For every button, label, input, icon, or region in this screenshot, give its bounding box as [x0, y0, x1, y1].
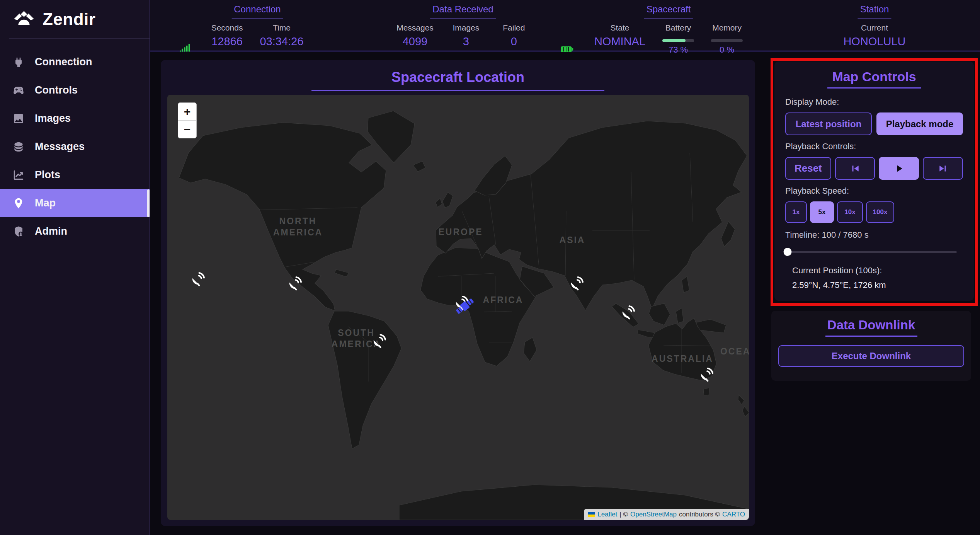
- skip-forward-button[interactable]: [923, 157, 963, 180]
- ground-station-marker[interactable]: [286, 275, 303, 292]
- ground-station-marker[interactable]: [370, 333, 387, 350]
- section-title: Data Received: [430, 4, 495, 19]
- playback-controls-label: Playback Controls:: [785, 141, 963, 152]
- data-downlink-title: Data Downlink: [771, 318, 971, 332]
- timeline-slider-thumb[interactable]: [783, 248, 791, 256]
- stat-memory: Memory 0 %: [711, 23, 743, 55]
- attribution-separator: | ©: [619, 511, 628, 518]
- current-position-label: Current Position (100s):: [792, 266, 963, 276]
- section-title: Connection: [231, 4, 283, 19]
- sidebar-item-images[interactable]: Images: [0, 104, 150, 133]
- section-title: Spacecraft: [644, 4, 693, 19]
- zendir-logo-icon: [13, 9, 35, 29]
- stat-failed: Failed 0: [499, 23, 529, 48]
- ground-station-dish-icon: [189, 271, 206, 288]
- ground-station-dish-icon: [286, 275, 303, 292]
- shield-user-icon: [12, 225, 25, 238]
- gamepad-icon: [12, 84, 25, 97]
- stat-messages: Messages 4099: [396, 23, 434, 48]
- header-section-data-received: Data Received Messages 4099 Images 3 Fai…: [396, 4, 529, 48]
- ground-station-marker[interactable]: [619, 304, 636, 321]
- zoom-in-button[interactable]: +: [178, 103, 196, 120]
- execute-downlink-button[interactable]: Execute Downlink: [778, 345, 964, 367]
- header-section-connection: Connection Seconds 12866 Time 03:34:26: [211, 4, 304, 48]
- sidebar-item-messages[interactable]: Messages: [0, 133, 150, 161]
- logo: Zendir: [0, 0, 150, 29]
- map-attribution: Leaflet | © OpenStreetMap contributors ©…: [584, 509, 749, 520]
- ground-station-dish-icon: [698, 366, 715, 383]
- map-controls-highlight-box: Map Controls Display Mode: Latest positi…: [771, 58, 978, 306]
- stat-current-station: Current HONOLULU: [843, 23, 905, 48]
- stat-battery: Battery 73 %: [662, 23, 694, 55]
- leaflet-link[interactable]: Leaflet: [597, 511, 617, 518]
- playback-mode-button[interactable]: Playback mode: [876, 112, 963, 135]
- ground-station-dish-icon: [619, 304, 636, 321]
- sidebar-item-plots[interactable]: Plots: [0, 161, 150, 189]
- title-underline: [311, 90, 604, 91]
- play-icon: [893, 163, 905, 174]
- image-icon: [12, 112, 25, 125]
- reset-button[interactable]: Reset: [785, 157, 831, 180]
- sidebar-item-admin[interactable]: Admin: [0, 217, 150, 245]
- sidebar-divider: [9, 38, 150, 39]
- sidebar-item-controls[interactable]: Controls: [0, 76, 150, 104]
- timeline-slider-track[interactable]: [785, 251, 957, 253]
- ground-station-dish-icon: [370, 333, 387, 350]
- sidebar-nav: Connection Controls Images Messages Plot…: [0, 48, 150, 245]
- skip-back-icon: [849, 163, 861, 174]
- skip-forward-icon: [937, 163, 949, 174]
- spacecraft-marker[interactable]: [454, 295, 476, 317]
- current-position-block: Current Position (100s): 2.59°N, 4.75°E,…: [785, 266, 963, 290]
- header-status-bar: Connection Seconds 12866 Time 03:34:26 D…: [150, 0, 980, 51]
- chart-icon: [12, 169, 25, 181]
- sidebar-item-connection[interactable]: Connection: [0, 48, 150, 76]
- display-mode-label: Display Mode:: [785, 97, 963, 107]
- spacecraft-location-panel: Spacecraft Location: [161, 60, 755, 526]
- map-canvas[interactable]: NORTH AMERICAEUROPEASIAAFRICASOUTH AMERI…: [167, 95, 749, 520]
- battery-icon: [560, 46, 573, 55]
- stat-time: Time 03:34:26: [260, 23, 303, 48]
- battery-progress-bar: [662, 39, 694, 42]
- stat-state: State NOMINAL: [594, 23, 645, 48]
- latest-position-button[interactable]: Latest position: [785, 112, 872, 135]
- zoom-out-button[interactable]: −: [178, 121, 196, 138]
- map-controls-panel: Map Controls Display Mode: Latest positi…: [774, 61, 974, 301]
- speed-5x-button[interactable]: 5x: [810, 201, 834, 223]
- stat-seconds: Seconds 12866: [211, 23, 243, 48]
- ground-station-marker[interactable]: [189, 271, 206, 288]
- app-title: Zendir: [43, 10, 95, 29]
- openstreetmap-link[interactable]: OpenStreetMap: [630, 511, 677, 518]
- title-underline: [825, 336, 917, 337]
- sidebar-item-map[interactable]: Map: [0, 189, 150, 217]
- skip-back-button[interactable]: [835, 157, 875, 180]
- ground-station-marker[interactable]: [698, 366, 715, 383]
- play-button[interactable]: [879, 157, 919, 180]
- map-controls-title: Map Controls: [785, 69, 963, 84]
- plug-icon: [12, 56, 25, 68]
- playback-speed-label: Playback Speed:: [785, 186, 963, 196]
- timeline-label: Timeline: 100 / 7680 s: [785, 230, 963, 240]
- map-zoom-control: + −: [178, 102, 197, 138]
- data-downlink-panel: Data Downlink Execute Downlink: [771, 311, 971, 381]
- ground-station-marker[interactable]: [568, 275, 585, 292]
- timeline-slider[interactable]: [785, 248, 963, 256]
- signal-bars-icon: [180, 43, 191, 54]
- attribution-contributors: contributors ©: [679, 511, 720, 518]
- carto-link[interactable]: CARTO: [722, 511, 745, 518]
- speed-1x-button[interactable]: 1x: [785, 201, 807, 223]
- speed-10x-button[interactable]: 10x: [837, 201, 863, 223]
- speed-100x-button[interactable]: 100x: [866, 201, 894, 223]
- sidebar-scrollbar[interactable]: [147, 189, 150, 217]
- section-title: Station: [858, 4, 892, 19]
- header-section-spacecraft: Spacecraft State NOMINAL Battery 73 % Me…: [594, 4, 743, 55]
- ground-station-dish-icon: [568, 275, 585, 292]
- current-position-value: 2.59°N, 4.75°E, 1726 km: [792, 280, 963, 290]
- ukraine-flag-icon: [588, 512, 595, 517]
- map-pin-icon: [12, 197, 25, 210]
- title-underline: [827, 87, 921, 89]
- header-section-station: Station Current HONOLULU: [843, 4, 905, 48]
- sidebar: Zendir Connection Controls Images Messag…: [0, 0, 150, 535]
- map-panel-title: Spacecraft Location: [161, 69, 755, 85]
- database-icon: [12, 141, 25, 153]
- stat-images: Images 3: [451, 23, 481, 48]
